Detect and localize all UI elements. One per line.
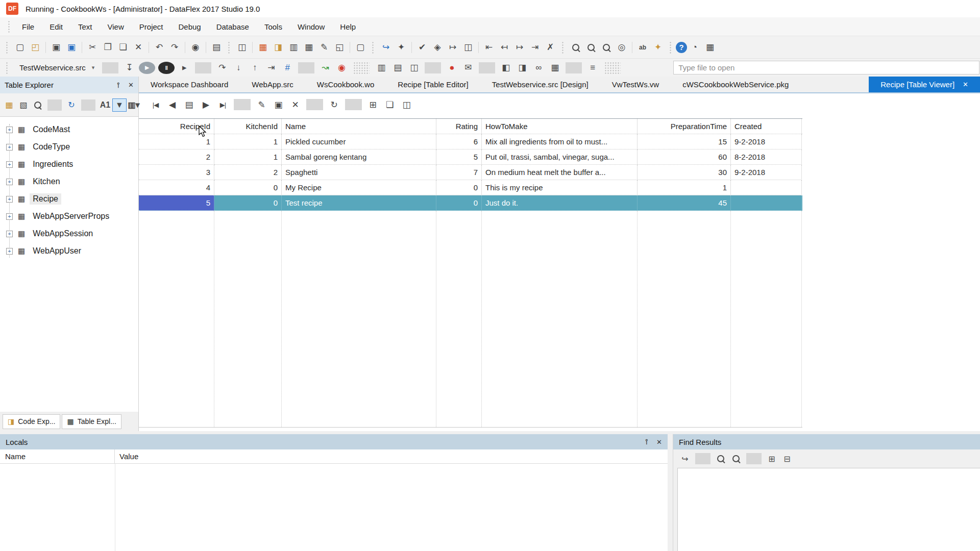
find-in-table-icon[interactable] <box>31 98 45 112</box>
cell-kitchenid[interactable]: 0 <box>214 180 282 195</box>
print-icon[interactable]: ▤ <box>209 40 224 55</box>
cell-rating[interactable]: 7 <box>436 165 482 180</box>
locals-body[interactable] <box>0 464 668 551</box>
find-in-files-icon[interactable]: ◎ <box>614 40 629 55</box>
tree-item[interactable]: + ▦ Kitchen <box>0 173 138 190</box>
show-grid-icon[interactable]: ⊞ <box>364 97 381 112</box>
table-grid-icon[interactable]: ▦ <box>301 40 316 55</box>
whole-word-icon[interactable]: ab <box>635 40 650 55</box>
delete-record-icon[interactable]: ✕ <box>287 97 304 112</box>
tree-item[interactable]: + ▦ CodeMast <box>0 121 138 138</box>
tree-item[interactable]: + ▦ WebAppSession <box>0 225 138 242</box>
export-icon[interactable]: ↦ <box>445 40 460 55</box>
column-header-rating[interactable]: Rating <box>436 119 482 134</box>
Window[interactable]: Window <box>290 17 332 36</box>
tree-item[interactable]: + ▦ WebAppServerProps <box>0 208 138 225</box>
edit-record-icon[interactable]: ✎ <box>253 97 270 112</box>
cell-rating[interactable]: 5 <box>436 149 482 165</box>
Project[interactable]: Project <box>132 17 171 36</box>
tab-webapp-src[interactable]: WebApp.src <box>240 77 305 92</box>
cascade-icon[interactable]: ❏ <box>381 97 398 112</box>
column-header-howtomake[interactable]: HowToMake <box>482 119 638 134</box>
run-window-icon[interactable]: ◫ <box>460 40 476 55</box>
tree-item[interactable]: + ▦ Recipe <box>0 190 138 208</box>
column-header-kitchenid[interactable]: KitchenId <box>214 119 282 134</box>
step-into-icon[interactable]: ↓ <box>230 61 247 75</box>
integration-icon[interactable]: ✦ <box>394 40 409 55</box>
table-row-selected[interactable]: 5 0 Test recipe 0 Just do it. 45 <box>139 195 802 211</box>
locals-value-column[interactable]: Value <box>115 449 138 463</box>
about-icon[interactable]: ◔ <box>687 40 702 55</box>
cell-created[interactable] <box>731 180 802 195</box>
cascade-windows-icon[interactable]: ◱ <box>332 40 347 55</box>
table-row[interactable]: 2 1 Sambal goreng kentang 5 Put oil, tra… <box>139 149 802 165</box>
cell-kitchenid[interactable]: 1 <box>214 134 282 149</box>
expand-icon[interactable]: + <box>6 248 13 255</box>
paste-icon[interactable]: ❏ <box>115 40 131 55</box>
run-icon[interactable]: ▶ <box>139 62 155 74</box>
cell-created[interactable]: 9-2-2018 <box>731 134 802 149</box>
table-row[interactable]: 4 0 My Recipe 0 This is my recipe 1 <box>139 180 802 195</box>
undo-icon[interactable]: ↶ <box>152 40 167 55</box>
code-key-icon[interactable]: ✦ <box>650 40 666 55</box>
step-over-icon[interactable]: ↷ <box>214 61 230 75</box>
find-next-icon[interactable] <box>728 452 744 466</box>
database-builder-icon[interactable]: ▥ <box>286 40 301 55</box>
tree-item[interactable]: + ▦ WebAppUser <box>0 242 138 260</box>
watches-icon[interactable]: ∞ <box>530 61 547 75</box>
column-layout-icon[interactable]: ◫ <box>398 97 415 112</box>
cell-howtomake[interactable]: This is my recipe <box>482 180 638 195</box>
table-row[interactable]: 3 2 Spaghetti 7 On medium heat melt the … <box>139 165 802 180</box>
styler-icon[interactable]: ✎ <box>316 40 332 55</box>
save-record-icon[interactable]: ▣ <box>270 97 287 112</box>
open-file-icon[interactable]: ◰ <box>28 40 43 55</box>
Database[interactable]: Database <box>209 17 257 36</box>
cell-preparationtime[interactable]: 15 <box>638 134 731 149</box>
cell-kitchenid[interactable]: 2 <box>214 165 282 180</box>
collapse-all-icon[interactable]: ⊟ <box>779 452 795 466</box>
vertical-splitter[interactable] <box>668 434 673 551</box>
cell-recipeid[interactable]: 3 <box>139 165 214 180</box>
redo-icon[interactable]: ↷ <box>167 40 182 55</box>
expand-icon[interactable]: + <box>6 144 13 151</box>
new-table-icon[interactable]: ▦ <box>2 98 16 112</box>
cell-created[interactable] <box>731 195 802 211</box>
cell-howtomake[interactable]: On medium heat melt the buffer a... <box>482 165 638 180</box>
cell-created[interactable]: 9-2-2018 <box>731 165 802 180</box>
help-icon[interactable]: ? <box>676 42 687 53</box>
tab-vwtestws-vw[interactable]: VwTestWs.vw <box>600 77 671 92</box>
Text[interactable]: Text <box>70 17 100 36</box>
cell-recipeid-focused[interactable]: 5 <box>139 195 214 211</box>
explorer-tab[interactable]: ◨ Code Exp... <box>3 414 60 429</box>
toggle-breakpoint-icon[interactable]: # <box>279 61 296 75</box>
cell-created[interactable]: 8-2-2018 <box>731 149 802 165</box>
next-record-icon[interactable]: ▶ <box>198 97 214 112</box>
expand-icon[interactable]: + <box>6 179 13 185</box>
properties-panel-icon[interactable]: ◫ <box>234 40 250 55</box>
expand-icon[interactable]: + <box>6 196 13 203</box>
cell-howtomake[interactable]: Put oil, trassi, sambal, vinegar, suga..… <box>482 149 638 165</box>
pin-icon[interactable]: ⊸ <box>642 439 650 445</box>
first-record-icon[interactable]: |◀ <box>147 97 164 112</box>
goto-first-bookmark-icon[interactable]: ⇤ <box>481 40 497 55</box>
tab-cwscookbookwebservice-pkg[interactable]: cWSCookbookWebService.pkg <box>671 77 800 92</box>
tree-item[interactable]: + ▦ CodeType <box>0 138 138 156</box>
expand-icon[interactable]: + <box>6 213 13 220</box>
expand-all-icon[interactable]: ⊞ <box>764 452 779 466</box>
find-previous-icon[interactable] <box>713 452 728 466</box>
table-viewer-icon[interactable]: ▦ <box>702 40 718 55</box>
database-tables-icon[interactable]: ▤ <box>389 61 406 75</box>
View[interactable]: View <box>100 17 132 36</box>
dashboard-icon[interactable]: ▦ <box>255 40 271 55</box>
alias-tables-icon[interactable]: A1 <box>98 98 112 112</box>
mail-log-icon[interactable]: ✉ <box>460 61 476 75</box>
new-file-icon[interactable]: ▢ <box>12 40 28 55</box>
step-icon[interactable]: ▸ <box>176 61 192 75</box>
File[interactable]: File <box>14 17 42 36</box>
grid-empty-area[interactable] <box>139 211 802 427</box>
Debug[interactable]: Debug <box>170 17 208 36</box>
find-record-icon[interactable]: ▤ <box>181 97 198 112</box>
cell-preparationtime[interactable]: 60 <box>638 149 731 165</box>
expand-icon[interactable]: + <box>6 161 13 168</box>
column-header-preparationtime[interactable]: PreparationTime <box>638 119 731 134</box>
